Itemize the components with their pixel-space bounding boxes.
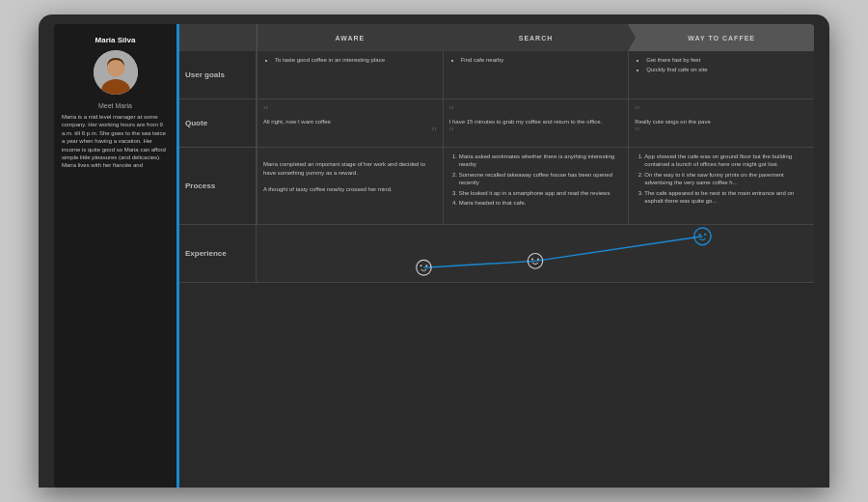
experience-label: Experience bbox=[179, 225, 257, 282]
process-row: Process Maria completed an important sta… bbox=[179, 148, 814, 225]
process-cell-3: App showed the cafe was on ground floor … bbox=[628, 148, 814, 224]
quote-label: Quote bbox=[179, 99, 257, 147]
screen: Maria Silva Meet Maria Maria is a mid le… bbox=[54, 24, 814, 488]
meet-label: Meet Maria bbox=[98, 102, 132, 109]
experience-row: Experience bbox=[179, 225, 814, 283]
sidebar-bio: Maria is a mid level manager at some com… bbox=[62, 113, 169, 170]
svg-point-7 bbox=[420, 265, 422, 266]
svg-point-12 bbox=[694, 228, 711, 245]
goals-cell-3: Get there fast by feet Quickly find cafe… bbox=[628, 51, 814, 98]
phase-way-to-caffee: WAY TO CAFFEE bbox=[628, 24, 814, 51]
avatar bbox=[94, 50, 138, 95]
sidebar: Maria Silva Meet Maria Maria is a mid le… bbox=[54, 24, 179, 488]
svg-point-8 bbox=[425, 265, 427, 266]
process-label: Process bbox=[179, 148, 257, 224]
phase-aware: AWARE bbox=[257, 24, 443, 51]
svg-point-11 bbox=[537, 258, 539, 260]
goals-cell-1: To taste good coffee in an interesting p… bbox=[257, 51, 443, 98]
quote-cell-1: " All right, now I want coffee " bbox=[257, 99, 443, 147]
goals-row: User goals To taste good coffee in an in… bbox=[179, 51, 814, 99]
svg-point-10 bbox=[531, 258, 533, 260]
goals-label: User goals bbox=[179, 51, 257, 98]
phase-header: AWARE SEARCH WAY TO CAFFEE bbox=[179, 24, 814, 51]
svg-point-13 bbox=[698, 234, 700, 236]
laptop-frame: Maria Silva Meet Maria Maria is a mid le… bbox=[39, 14, 829, 488]
experience-chart bbox=[257, 225, 814, 282]
process-cell-2: Maria asked workmates whether there is a… bbox=[443, 148, 629, 224]
quote-cell-2: " I have 15 minutes to grab my coffee an… bbox=[443, 99, 629, 147]
phase-search: SEARCH bbox=[443, 24, 629, 51]
quote-cell-3: " Really cute sings on the pave " bbox=[628, 99, 814, 147]
svg-line-5 bbox=[535, 237, 702, 262]
svg-point-14 bbox=[704, 234, 706, 236]
goals-cell-2: Find cafe nearby bbox=[443, 51, 629, 98]
main-content: AWARE SEARCH WAY TO CAFFEE User goals bbox=[179, 24, 814, 488]
user-name: Maria Silva bbox=[95, 36, 136, 44]
svg-line-4 bbox=[423, 261, 535, 267]
content-grid: User goals To taste good coffee in an in… bbox=[179, 51, 814, 488]
process-cell-1: Maria completed an important stage of he… bbox=[257, 148, 443, 224]
quote-row: Quote " All right, now I want coffee " "… bbox=[179, 99, 814, 148]
